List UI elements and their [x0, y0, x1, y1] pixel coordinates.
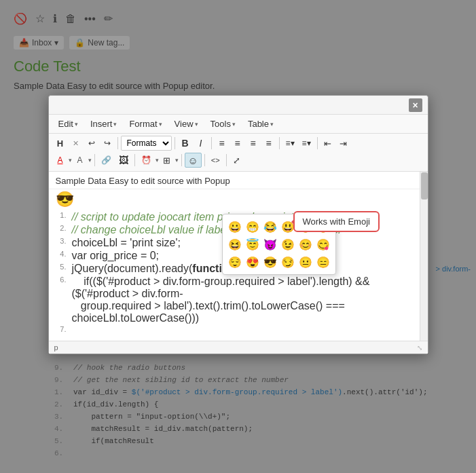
emoji-line: 😎 — [49, 189, 428, 210]
align-justify-button[interactable]: ≡ — [261, 136, 276, 151]
tools-arrow: ▾ — [232, 121, 236, 128]
editor-intro: Sample Data Easy to edit source with Pop… — [49, 172, 428, 189]
editor-modal: × Edit ▾ Insert ▾ Format ▾ View ▾ Tools … — [48, 95, 428, 354]
line-num-4: 4. — [56, 250, 67, 262]
redo-button[interactable]: ↪ — [100, 136, 115, 151]
emoji-cell[interactable]: 😑 — [315, 254, 331, 270]
menu-insert[interactable]: Insert ▾ — [85, 117, 123, 130]
insert-arrow: ▾ — [113, 121, 117, 128]
emoji-button[interactable]: ☺ — [185, 153, 202, 168]
separator-5 — [317, 137, 318, 149]
menu-edit[interactable]: Edit ▾ — [53, 117, 84, 130]
view-label: View — [175, 119, 194, 129]
callout-text: Works with Emoji — [303, 216, 370, 227]
view-arrow: ▾ — [195, 121, 198, 128]
tools-label: Tools — [210, 119, 231, 129]
font-color-button[interactable]: A — [53, 153, 68, 168]
status-bar: p ⤡ — [49, 341, 428, 354]
emoji-cell[interactable]: 😁 — [244, 219, 261, 235]
emoji-cell[interactable]: 😐 — [297, 254, 314, 270]
table-arrow: ▾ — [270, 121, 274, 128]
line-num-6: 6. — [56, 276, 67, 324]
link-button[interactable]: 🔗 — [98, 153, 115, 168]
heading-button[interactable]: H — [53, 136, 68, 151]
align-left-button[interactable]: ≡ — [215, 136, 230, 151]
bold-button[interactable]: B — [178, 136, 193, 151]
list-ul-button[interactable]: ≡▾ — [282, 136, 298, 151]
separator-3 — [211, 137, 212, 149]
menu-view[interactable]: View ▾ — [169, 117, 204, 130]
modal-header: × — [49, 96, 428, 115]
line-6-text: if(($('#product > div.form-group.require… — [72, 276, 421, 324]
menu-format[interactable]: Format ▾ — [124, 117, 167, 130]
sunglasses-emoji: 😎 — [56, 191, 74, 208]
menubar: Edit ▾ Insert ▾ Format ▾ View ▾ Tools ▾ … — [49, 115, 428, 134]
separator-8 — [181, 154, 182, 166]
emoji-callout: Works with Emoji — [293, 211, 380, 232]
emoji-cell[interactable]: 😍 — [244, 254, 261, 270]
emoji-cell[interactable]: 😏 — [280, 254, 296, 270]
toolbar-row-1: H ✕ ↩ ↪ Formats B I ≡ ≡ ≡ ≡ ≡▾ ≡▾ — [53, 136, 424, 151]
indent-button[interactable]: ⇥ — [336, 136, 351, 151]
resize-handle[interactable]: ⤡ — [417, 344, 422, 352]
toolbar: H ✕ ↩ ↪ Formats B I ≡ ≡ ≡ ≡ ≡▾ ≡▾ — [49, 134, 428, 172]
separator-6 — [94, 154, 95, 166]
cancel-button[interactable]: ✕ — [69, 136, 84, 151]
separator-2 — [175, 137, 175, 149]
separator-10 — [226, 154, 227, 166]
emoji-cell[interactable]: 😀 — [227, 219, 243, 235]
emoji-cell[interactable]: 😈 — [262, 236, 278, 252]
scrollbar-track[interactable] — [420, 172, 428, 341]
line-num-3: 3. — [56, 237, 67, 249]
emoji-cell[interactable]: 😂 — [262, 219, 278, 235]
modal-overlay: × Edit ▾ Insert ▾ Format ▾ View ▾ Tools … — [0, 0, 476, 473]
intro-text: Sample Data Easy to edit source with Pop… — [56, 176, 230, 186]
code-line-7: 7. — [56, 325, 421, 333]
align-center-button[interactable]: ≡ — [230, 136, 245, 151]
status-path: p — [54, 343, 58, 352]
emoji-cell[interactable]: 😆 — [227, 236, 243, 252]
edit-arrow: ▾ — [75, 121, 78, 128]
separator-9 — [204, 154, 205, 166]
line-num-1: 1. — [56, 211, 67, 223]
modal-close-button[interactable]: × — [409, 98, 422, 112]
image-button[interactable]: 🖼 — [115, 153, 132, 168]
format-label: Format — [129, 119, 157, 129]
emoji-cell[interactable]: 😉 — [280, 236, 296, 252]
scrollbar-thumb[interactable] — [421, 172, 428, 200]
toolbar-row-2: A ▾ A ▾ 🔗 🖼 ⏰ ▾ ⊞ ▾ ☺ <> ⤢ — [53, 153, 424, 168]
formats-select[interactable]: Formats — [121, 136, 172, 151]
italic-button[interactable]: I — [194, 136, 208, 151]
menu-tools[interactable]: Tools ▾ — [205, 117, 241, 130]
code-button[interactable]: <> — [208, 153, 223, 168]
fullscreen-button[interactable]: ⤢ — [230, 153, 244, 168]
line-num-5: 5. — [56, 263, 67, 275]
emoji-cell[interactable]: 😋 — [315, 236, 331, 252]
clock-button[interactable]: ⏰ — [138, 153, 155, 168]
edit-label: Edit — [58, 119, 73, 129]
format-arrow: ▾ — [159, 121, 162, 128]
line-num-7: 7. — [56, 325, 67, 333]
emoji-cell[interactable]: 😎 — [262, 254, 278, 270]
separator-7 — [134, 154, 135, 166]
code-line-6: 6. if(($('#product > div.form-group.requ… — [56, 276, 421, 324]
align-right-button[interactable]: ≡ — [246, 136, 261, 151]
insert-label: Insert — [90, 119, 113, 129]
line-7-text — [72, 325, 421, 333]
list-ol-button[interactable]: ≡▾ — [299, 136, 314, 151]
undo-button[interactable]: ↩ — [84, 136, 99, 151]
emoji-cell[interactable]: 😊 — [297, 236, 314, 252]
emoji-cell[interactable]: 😌 — [227, 254, 243, 270]
bg-color-button[interactable]: A — [73, 153, 88, 168]
menu-table[interactable]: Table ▾ — [242, 117, 279, 130]
outdent-button[interactable]: ⇤ — [321, 136, 335, 151]
line-num-2: 2. — [56, 224, 67, 236]
table-button[interactable]: ⊞ — [160, 153, 175, 168]
separator-4 — [279, 137, 280, 149]
emoji-cell[interactable]: 😇 — [244, 236, 261, 252]
table-label: Table — [248, 119, 269, 129]
separator-1 — [117, 137, 118, 149]
editor-area: Sample Data Easy to edit source with Pop… — [49, 172, 428, 341]
